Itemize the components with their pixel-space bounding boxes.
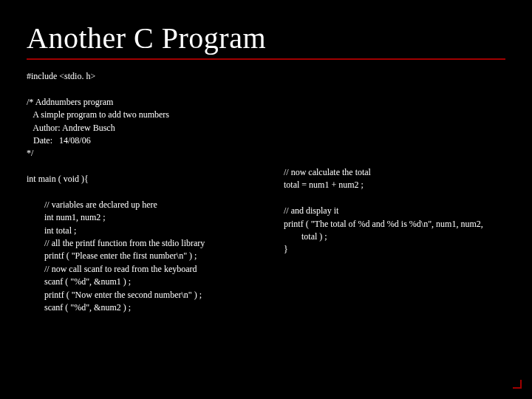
code-column-left: #include <stdio. h> /* Addnumbers progra…: [27, 70, 278, 314]
slide-title: Another C Program: [0, 0, 532, 58]
code-column-right: // now calculate the total total = num1 …: [278, 70, 483, 314]
corner-accent-icon: [513, 380, 522, 389]
title-underline: [27, 58, 505, 60]
code-area: #include <stdio. h> /* Addnumbers progra…: [0, 70, 532, 314]
slide: Another C Program #include <stdio. h> /*…: [0, 0, 532, 399]
